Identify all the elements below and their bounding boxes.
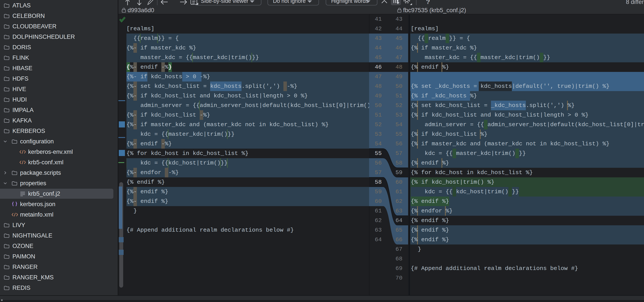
- svg-text:Side-by-side viewer: Side-by-side viewer: [201, 0, 248, 4]
- svg-text:?: ?: [426, 0, 430, 5]
- svg-text:Do not ignore: Do not ignore: [273, 0, 306, 4]
- svg-text:Highlight words: Highlight words: [331, 0, 368, 4]
- svg-text:8 differen: 8 differen: [626, 0, 644, 5]
